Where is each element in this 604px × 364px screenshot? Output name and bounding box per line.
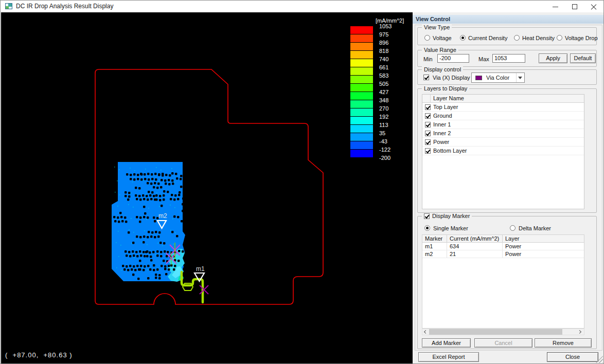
pcb-canvas[interactable]: m2 m1 [mA/mm^2] 105397589681874066158350… (1, 12, 413, 364)
legend-value: -122 (379, 146, 390, 153)
via-color-dropdown[interactable]: Via Color (471, 72, 525, 83)
legend-swatch (350, 43, 373, 50)
legend-swatches (350, 26, 373, 157)
legend-swatch (350, 150, 373, 157)
radio-voltage[interactable]: Voltage (424, 34, 452, 41)
legend-swatch (350, 67, 373, 75)
single-marker-label: Single Marker (433, 225, 468, 231)
via-display-label: Via (X) Display (433, 75, 470, 81)
radio-heat-density[interactable]: Heat Density (514, 34, 555, 41)
legend-swatch (350, 141, 373, 149)
legend-value: 740 (379, 56, 388, 63)
layer-row[interactable]: Inner 1 (422, 120, 584, 129)
maximize-icon (572, 4, 577, 9)
legend-swatch (350, 76, 373, 83)
window-controls (546, 1, 603, 12)
scrollbar-thumb[interactable] (429, 329, 562, 335)
minimize-icon (553, 7, 558, 7)
marker-row[interactable]: m1634Power (422, 243, 584, 250)
display-control-group-label: Display control (422, 66, 463, 72)
marker-column-header: Current (mA/mm^2) (447, 235, 503, 242)
layer-name: Ground (433, 113, 452, 119)
legend-value: 35 (379, 130, 385, 137)
layer-row[interactable]: Top Layer (422, 103, 584, 112)
layer-checkbox[interactable] (425, 104, 431, 110)
radio-icon (424, 35, 430, 41)
marker-row[interactable]: m221Power (422, 250, 584, 258)
default-button[interactable]: Default (570, 53, 596, 63)
layer-name: Power (433, 139, 449, 145)
min-input[interactable]: -200 (437, 54, 469, 63)
legend-value: 1053 (379, 23, 392, 30)
add-marker-button[interactable]: Add Marker (422, 338, 471, 348)
radio-icon (460, 35, 466, 41)
layer-checkbox[interactable] (425, 113, 431, 119)
scroll-left-button[interactable] (422, 329, 429, 335)
display-marker-caption: Display Marker (422, 213, 472, 219)
legend-value: 505 (379, 80, 388, 87)
remove-button[interactable]: Remove (535, 338, 592, 348)
max-label: Max (478, 56, 489, 62)
layer-row[interactable]: Bottom Layer (422, 147, 584, 155)
minimize-button[interactable] (546, 1, 565, 12)
window-title: DC IR Drop Analysis Result Display (16, 3, 113, 10)
radio-label: Current Density (468, 35, 507, 41)
layer-checkbox[interactable] (425, 122, 431, 128)
close-dialog-button[interactable]: Close (547, 352, 598, 362)
legend-swatch (350, 100, 373, 108)
layer-row[interactable]: Inner 2 (422, 129, 584, 138)
color-scale-legend: [mA/mm^2] 105397589681874066158350542734… (350, 26, 373, 158)
radio-current-density[interactable]: Current Density (460, 34, 507, 41)
legend-swatch (350, 84, 373, 92)
cancel-button[interactable]: Cancel (474, 338, 532, 348)
radio-label: Voltage Drop (565, 35, 598, 41)
layer-checkbox[interactable] (425, 148, 431, 154)
view-type-group: View Type VoltageCurrent DensityHeat Den… (417, 27, 597, 45)
view-control-panel: View Control View Type VoltageCurrent De… (413, 12, 604, 364)
layers-group-label: Layers to Display (422, 85, 469, 92)
excel-report-button[interactable]: Excel Report (418, 352, 479, 362)
maximize-button[interactable] (565, 1, 584, 12)
marker-column-header: Layer (503, 235, 584, 242)
layer-checkbox[interactable] (425, 131, 431, 136)
display-marker-checkbox[interactable] (424, 213, 430, 219)
layer-row[interactable]: Ground (422, 112, 584, 120)
via-color-label: Via Color (486, 75, 509, 81)
legend-value: -200 (379, 154, 390, 161)
legend-swatch (350, 133, 373, 141)
legend-value: 661 (379, 64, 388, 71)
delta-marker-label: Delta Marker (519, 225, 551, 231)
title-bar: DC IR Drop Analysis Result Display (1, 1, 603, 12)
chevron-right-icon (578, 330, 581, 334)
marker-cell: Power (503, 250, 584, 258)
display-marker-group: Display Marker Single Marker Delta Marke… (417, 216, 597, 349)
marker-m2-label: m2 (158, 212, 167, 220)
chevron-left-icon (424, 330, 428, 334)
via-display-checkbox[interactable] (423, 75, 429, 80)
legend-swatch (350, 59, 373, 67)
value-range-group-label: Value Range (422, 47, 458, 53)
layer-name: Bottom Layer (433, 148, 467, 154)
delta-marker-radio[interactable] (510, 225, 516, 231)
layer-name: Top Layer (433, 104, 458, 110)
display-marker-label: Display Marker (432, 213, 470, 219)
legend-swatch (350, 26, 373, 34)
close-button[interactable] (584, 1, 603, 12)
scroll-right-button[interactable] (577, 329, 584, 335)
via-color-swatch (475, 76, 482, 80)
radio-voltage-drop[interactable]: Voltage Drop (557, 34, 598, 41)
layer-row[interactable]: Power (422, 138, 584, 147)
marker-table-hscrollbar[interactable] (422, 329, 584, 335)
view-type-group-label: View Type (422, 24, 452, 30)
legend-value: 113 (379, 121, 388, 129)
radio-label: Voltage (433, 35, 452, 41)
legend-value: 427 (379, 88, 388, 96)
layer-name: Inner 1 (433, 121, 451, 128)
legend-value: 896 (379, 39, 388, 46)
apply-button[interactable]: Apply (539, 53, 567, 63)
layer-checkbox[interactable] (425, 139, 431, 145)
max-input[interactable]: 1053 (492, 54, 525, 63)
power-trace (182, 272, 203, 302)
legend-swatch (350, 125, 373, 133)
single-marker-radio[interactable] (424, 225, 430, 231)
